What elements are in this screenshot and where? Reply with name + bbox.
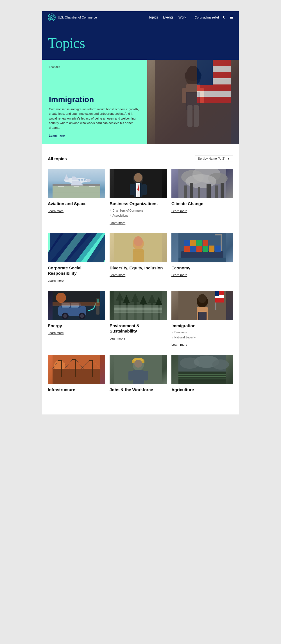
learn-more-energy[interactable]: Learn more	[48, 331, 105, 334]
svg-rect-23	[197, 91, 231, 97]
learn-more-aviation[interactable]: Learn more	[48, 209, 105, 213]
topic-image-business	[110, 169, 167, 198]
topic-name-agriculture: Agriculture	[171, 387, 233, 393]
flag-background-svg	[147, 60, 239, 144]
svg-rect-83	[203, 240, 208, 246]
topic-card-environment: Environment & Sustainability Learn more	[110, 291, 167, 355]
menu-icon[interactable]: ☰	[230, 15, 233, 20]
jobs-scene-svg	[110, 355, 167, 384]
learn-more-dei[interactable]: Learn more	[110, 273, 167, 277]
featured-learn-more[interactable]: Learn more	[49, 134, 140, 137]
nav-events[interactable]: Events	[163, 15, 173, 19]
topic-image-infrastructure	[48, 355, 105, 384]
topic-image-energy	[48, 291, 105, 320]
main-content: All topics Sort by Name (A–Z) ▼	[42, 144, 239, 414]
topic-image-climate	[171, 169, 233, 198]
learn-more-immigration2[interactable]: Learn more	[171, 343, 233, 346]
immigration2-scene-svg	[171, 291, 233, 320]
svg-rect-132	[61, 360, 62, 377]
topic-image-dei	[110, 233, 167, 262]
svg-rect-26	[53, 185, 100, 198]
topic-image-jobs	[110, 355, 167, 384]
navbar: U.S. Chamber of Commerce Topics Events W…	[42, 11, 239, 24]
subtopic-dreamers: Dreamers	[171, 330, 233, 335]
svg-rect-54	[198, 187, 200, 198]
logo-text: U.S. Chamber of Commerce	[58, 16, 97, 19]
svg-point-91	[63, 314, 67, 318]
topic-name-csr: Corporate Social Responsibility	[48, 265, 105, 276]
learn-more-climate[interactable]: Learn more	[171, 209, 233, 213]
svg-rect-52	[184, 185, 187, 198]
svg-rect-74	[184, 246, 190, 252]
nav-relief-link[interactable]: Coronavirus relief	[195, 16, 219, 19]
featured-label: Featured	[49, 65, 140, 68]
csr-image-placeholder	[48, 233, 105, 262]
featured-image-placeholder	[147, 60, 239, 144]
svg-rect-81	[190, 240, 196, 246]
svg-point-5	[51, 17, 52, 18]
svg-point-38	[84, 179, 86, 181]
logo-icon	[48, 13, 56, 21]
svg-point-162	[212, 359, 229, 370]
svg-rect-137	[72, 359, 76, 360]
hero-title: Topics	[48, 35, 233, 51]
business-scene-svg	[110, 169, 167, 198]
topic-name-infrastructure: Infrastructure	[48, 387, 105, 393]
topic-subtopics-immigration2: Dreamers National Security	[171, 330, 233, 340]
svg-rect-80	[184, 240, 190, 246]
svg-rect-79	[215, 246, 221, 252]
featured-image	[147, 60, 239, 144]
energy-image-placeholder	[48, 291, 105, 320]
svg-rect-76	[196, 246, 202, 252]
learn-more-business[interactable]: Learn more	[110, 221, 167, 224]
svg-marker-32	[64, 174, 69, 180]
topic-name-jobs: Jobs & the Workforce	[110, 387, 167, 393]
svg-rect-154	[178, 372, 226, 384]
svg-rect-100	[53, 302, 100, 306]
topic-card-economy: Economy Learn more	[171, 233, 233, 291]
svg-rect-25	[197, 60, 213, 85]
topic-card-dei: Diversity, Equity, Inclusion Learn more	[110, 233, 167, 291]
svg-rect-141	[89, 360, 93, 361]
nav-topics[interactable]: Topics	[148, 15, 158, 19]
logo[interactable]: U.S. Chamber of Commerce	[48, 13, 97, 21]
svg-rect-128	[215, 291, 219, 296]
svg-rect-82	[196, 240, 202, 246]
svg-rect-45	[142, 184, 147, 195]
learn-more-economy[interactable]: Learn more	[171, 273, 233, 277]
subtopic-national-security: National Security	[171, 335, 233, 340]
infrastructure-image-placeholder	[48, 355, 105, 384]
topic-card-energy: Energy Learn more	[48, 291, 105, 355]
subtopic-associations: Associations	[110, 213, 167, 218]
svg-point-36	[78, 179, 80, 181]
agri-scene-svg	[171, 355, 233, 384]
search-icon[interactable]: ⚲	[223, 15, 226, 20]
svg-rect-57	[221, 183, 224, 198]
svg-rect-22	[197, 84, 231, 91]
svg-rect-55	[207, 184, 211, 198]
featured-content: Featured Immigration Commonsense immigra…	[42, 60, 147, 144]
learn-more-environment[interactable]: Learn more	[110, 337, 167, 340]
learn-more-csr[interactable]: Learn more	[48, 279, 105, 282]
topic-card-infrastructure: Infrastructure	[48, 355, 105, 403]
svg-rect-84	[221, 234, 222, 251]
svg-rect-78	[209, 246, 214, 252]
svg-rect-150	[133, 370, 144, 384]
climate-scene-svg	[171, 169, 233, 198]
aviation-image-placeholder	[48, 169, 105, 198]
svg-point-35	[86, 179, 91, 182]
svg-rect-86	[178, 258, 226, 262]
svg-rect-127	[215, 298, 224, 301]
topic-name-aviation: Aviation and Space	[48, 201, 105, 207]
topic-name-climate: Climate Change	[171, 201, 233, 207]
sort-dropdown[interactable]: Sort by Name (A–Z) ▼	[195, 155, 233, 162]
topic-card-climate: Climate Change Learn more	[171, 169, 233, 233]
topic-card-jobs: Jobs & the Workforce	[110, 355, 167, 403]
chevron-down-icon: ▼	[227, 157, 230, 160]
svg-point-68	[134, 236, 143, 246]
topics-grid: Aviation and Space Learn more	[48, 169, 233, 403]
svg-rect-133	[58, 360, 62, 361]
nav-work[interactable]: Work	[178, 15, 186, 19]
svg-rect-122	[199, 312, 206, 320]
svg-rect-116	[114, 312, 162, 320]
